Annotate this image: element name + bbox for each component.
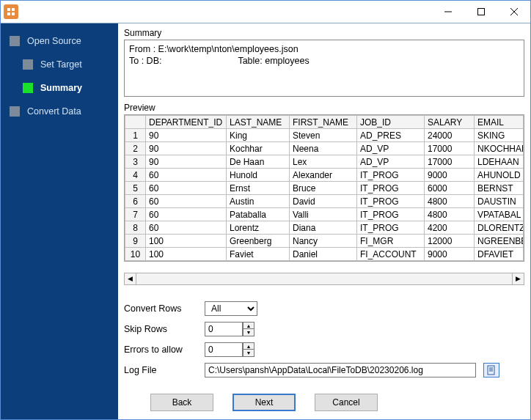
table-cell[interactable]: 4800: [425, 195, 475, 208]
table-cell[interactable]: 17000: [425, 155, 475, 169]
row-header[interactable]: 5: [125, 182, 146, 195]
table-cell[interactable]: 90: [146, 155, 227, 169]
table-cell[interactable]: Bruce: [290, 182, 357, 195]
table-cell[interactable]: IT_PROG: [357, 182, 425, 195]
table-cell[interactable]: 12000: [425, 235, 475, 248]
table-cell[interactable]: DLORENTZ: [475, 221, 524, 235]
table-cell[interactable]: Lex: [290, 155, 357, 169]
table-row[interactable]: 760PataballaValliIT_PROG4800VPATABAL: [125, 208, 524, 221]
column-header[interactable]: SALARY: [425, 116, 475, 129]
table-cell[interactable]: AD_VP: [357, 142, 425, 155]
skip-rows-down[interactable]: ▼: [243, 329, 254, 336]
row-header[interactable]: 8: [125, 221, 146, 235]
table-cell[interactable]: IT_PROG: [357, 195, 425, 208]
table-cell[interactable]: 100: [146, 248, 227, 261]
table-cell[interactable]: David: [290, 195, 357, 208]
table-cell[interactable]: Alexander: [290, 169, 357, 182]
table-cell[interactable]: 90: [146, 129, 227, 142]
table-cell[interactable]: 60: [146, 169, 227, 182]
table-cell[interactable]: 60: [146, 221, 227, 235]
table-cell[interactable]: AD_PRES: [357, 129, 425, 142]
table-cell[interactable]: AD_VP: [357, 155, 425, 169]
table-cell[interactable]: Pataballa: [227, 208, 290, 221]
skip-rows-up[interactable]: ▲: [243, 322, 254, 329]
table-cell[interactable]: 17000: [425, 142, 475, 155]
column-header[interactable]: EMAIL: [475, 116, 524, 129]
table-cell[interactable]: LDEHAAN: [475, 155, 524, 169]
row-header[interactable]: 9: [125, 235, 146, 248]
table-cell[interactable]: IT_PROG: [357, 208, 425, 221]
scroll-left-button[interactable]: ◀: [124, 273, 136, 285]
table-cell[interactable]: DAUSTIN: [475, 195, 524, 208]
table-cell[interactable]: King: [227, 129, 290, 142]
errors-allow-up[interactable]: ▲: [243, 342, 254, 350]
table-cell[interactable]: FI_ACCOUNT: [357, 248, 425, 261]
row-header[interactable]: 2: [125, 142, 146, 155]
table-cell[interactable]: 60: [146, 182, 227, 195]
window-close-button[interactable]: [497, 1, 530, 23]
table-cell[interactable]: FI_MGR: [357, 235, 425, 248]
table-cell[interactable]: Neena: [290, 142, 357, 155]
window-maximize-button[interactable]: [464, 1, 497, 23]
wizard-step-set-target[interactable]: Set Target: [1, 54, 118, 75]
errors-allow-down[interactable]: ▼: [243, 350, 254, 357]
table-cell[interactable]: Hunold: [227, 169, 290, 182]
skip-rows-input[interactable]: [205, 322, 243, 336]
back-button[interactable]: Back: [150, 394, 213, 411]
column-header[interactable]: LAST_NAME: [227, 116, 290, 129]
table-row[interactable]: 860LorentzDianaIT_PROG4200DLORENTZ: [125, 221, 524, 235]
next-button[interactable]: Next: [232, 394, 296, 411]
table-cell[interactable]: 90: [146, 142, 227, 155]
table-cell[interactable]: De Haan: [227, 155, 290, 169]
row-header[interactable]: 7: [125, 208, 146, 221]
table-cell[interactable]: Greenberg: [227, 235, 290, 248]
errors-allow-input[interactable]: [205, 342, 243, 357]
scrollbar-track[interactable]: [136, 273, 512, 285]
row-header[interactable]: 6: [125, 195, 146, 208]
table-cell[interactable]: DFAVIET: [475, 248, 524, 261]
table-cell[interactable]: Steven: [290, 129, 357, 142]
table-cell[interactable]: 4800: [425, 208, 475, 221]
table-cell[interactable]: NKOCHHAR: [475, 142, 524, 155]
column-header[interactable]: FIRST_NAME: [290, 116, 357, 129]
table-cell[interactable]: 24000: [425, 129, 475, 142]
column-header[interactable]: DEPARTMENT_ID: [146, 116, 227, 129]
cancel-button[interactable]: Cancel: [315, 394, 378, 411]
scroll-right-button[interactable]: ▶: [512, 273, 524, 285]
log-file-input[interactable]: [205, 363, 476, 377]
row-header[interactable]: 4: [125, 169, 146, 182]
table-row[interactable]: 9100GreenbergNancyFI_MGR12000NGREENBE: [125, 235, 524, 248]
table-cell[interactable]: Faviet: [227, 248, 290, 261]
table-cell[interactable]: NGREENBE: [475, 235, 524, 248]
table-cell[interactable]: Daniel: [290, 248, 357, 261]
table-cell[interactable]: VPATABAL: [475, 208, 524, 221]
table-cell[interactable]: IT_PROG: [357, 221, 425, 235]
table-cell[interactable]: 9000: [425, 248, 475, 261]
table-row[interactable]: 290KochharNeenaAD_VP17000NKOCHHAR: [125, 142, 524, 155]
table-cell[interactable]: 100: [146, 235, 227, 248]
table-cell[interactable]: Austin: [227, 195, 290, 208]
log-file-browse-button[interactable]: [483, 363, 499, 377]
table-row[interactable]: 190KingStevenAD_PRES24000SKING: [125, 129, 524, 142]
wizard-step-convert-data[interactable]: Convert Data: [1, 101, 118, 122]
table-cell[interactable]: 60: [146, 208, 227, 221]
table-cell[interactable]: 4200: [425, 221, 475, 235]
window-minimize-button[interactable]: [431, 1, 464, 23]
table-row[interactable]: 390De HaanLexAD_VP17000LDEHAAN: [125, 155, 524, 169]
table-row[interactable]: 660AustinDavidIT_PROG4800DAUSTIN: [125, 195, 524, 208]
table-row[interactable]: 560ErnstBruceIT_PROG6000BERNST: [125, 182, 524, 195]
column-header[interactable]: JOB_ID: [357, 116, 425, 129]
table-cell[interactable]: Nancy: [290, 235, 357, 248]
table-row[interactable]: 10100FavietDanielFI_ACCOUNT9000DFAVIET: [125, 248, 524, 261]
table-cell[interactable]: Kochhar: [227, 142, 290, 155]
table-row[interactable]: 460HunoldAlexanderIT_PROG9000AHUNOLD: [125, 169, 524, 182]
table-cell[interactable]: BERNST: [475, 182, 524, 195]
table-cell[interactable]: SKING: [475, 129, 524, 142]
table-cell[interactable]: 9000: [425, 169, 475, 182]
table-cell[interactable]: Ernst: [227, 182, 290, 195]
table-cell[interactable]: AHUNOLD: [475, 169, 524, 182]
table-cell[interactable]: 60: [146, 195, 227, 208]
row-header[interactable]: 1: [125, 129, 146, 142]
row-header[interactable]: 3: [125, 155, 146, 169]
horizontal-scrollbar[interactable]: ◀ ▶: [124, 272, 524, 285]
